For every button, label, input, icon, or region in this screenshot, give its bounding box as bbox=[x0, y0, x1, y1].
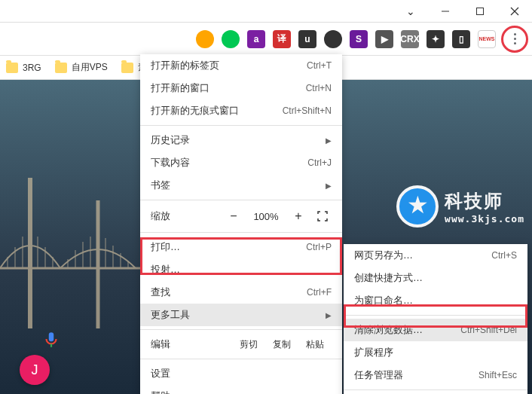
menu-item-label: 投射… bbox=[151, 263, 332, 276]
menu-item[interactable]: 创建快捷方式… bbox=[344, 267, 527, 289]
svg-rect-21 bbox=[49, 332, 54, 341]
menu-shortcut: Ctrl+Shift+N bbox=[283, 105, 332, 116]
zoom-out-button[interactable]: − bbox=[225, 207, 243, 225]
chrome-menu-button[interactable] bbox=[503, 28, 526, 50]
zoom-controls: 缩放−100%+ bbox=[140, 203, 342, 229]
menu-item[interactable]: 打开新的窗口Ctrl+N bbox=[140, 77, 342, 99]
folder-icon bbox=[121, 63, 133, 73]
menu-item-label: 创建快捷方式… bbox=[354, 271, 517, 285]
extension-icon[interactable]: 译 bbox=[273, 30, 291, 48]
star-logo-icon bbox=[396, 185, 439, 228]
extension-icon[interactable] bbox=[196, 30, 214, 48]
menu-item[interactable]: 任务管理器Shift+Esc bbox=[344, 364, 527, 386]
extensions-toolbar: a译uS▶CRX✦▯NEWS bbox=[0, 23, 532, 56]
folder-icon bbox=[55, 63, 67, 73]
menu-item-label: 帮助 bbox=[151, 389, 321, 394]
extension-icon[interactable]: NEWS bbox=[478, 30, 496, 48]
menu-item-label: 历史记录 bbox=[151, 133, 321, 147]
folder-icon bbox=[6, 63, 18, 73]
bookmark-label: 自用VPS bbox=[72, 61, 108, 74]
menu-separator bbox=[140, 125, 342, 126]
menu-shortcut: Ctrl+S bbox=[491, 250, 517, 261]
submenu-arrow-icon: ▶ bbox=[326, 182, 332, 190]
extension-icon[interactable] bbox=[222, 30, 240, 48]
menu-item-label: 网页另存为… bbox=[354, 249, 491, 262]
zoom-percent: 100% bbox=[249, 211, 283, 222]
menu-item-label: 更多工具 bbox=[151, 308, 321, 322]
menu-item[interactable]: 打印…Ctrl+P bbox=[140, 236, 342, 258]
menu-item[interactable]: 书签▶ bbox=[140, 174, 342, 197]
menu-item-label: 打开新的无痕式窗口 bbox=[151, 104, 283, 118]
menu-item-label: 下载内容 bbox=[151, 156, 307, 170]
mic-icon[interactable] bbox=[41, 330, 61, 350]
watermark-cn: 科技师 bbox=[445, 189, 524, 213]
extension-icon[interactable]: ✦ bbox=[427, 30, 445, 48]
menu-separator bbox=[140, 329, 342, 330]
svg-rect-1 bbox=[477, 8, 484, 15]
extension-icon[interactable]: a bbox=[247, 30, 265, 48]
menu-shortcut: Shift+Esc bbox=[478, 370, 517, 380]
cut-button[interactable]: 剪切 bbox=[232, 338, 265, 351]
menu-item[interactable]: 打开新的无痕式窗口Ctrl+Shift+N bbox=[140, 99, 342, 122]
menu-item-label: 查找 bbox=[151, 286, 307, 299]
menu-shortcut: Ctrl+N bbox=[306, 83, 332, 93]
menu-separator bbox=[344, 389, 527, 390]
menu-item[interactable]: 扩展程序 bbox=[344, 341, 527, 364]
menu-item[interactable]: 网页另存为…Ctrl+S bbox=[344, 244, 527, 267]
menu-item[interactable]: 投射… bbox=[140, 258, 342, 281]
menu-shortcut: Ctrl+P bbox=[306, 242, 332, 252]
menu-item-label: 打开新的标签页 bbox=[151, 59, 307, 72]
fullscreen-button[interactable] bbox=[313, 207, 332, 225]
extension-icon[interactable]: ▶ bbox=[375, 30, 393, 48]
menu-item-label: 书签 bbox=[151, 179, 321, 192]
menu-separator bbox=[140, 359, 342, 359]
extension-icon[interactable]: u bbox=[298, 30, 316, 48]
menu-item-label: 打印… bbox=[151, 240, 306, 254]
menu-item-label: 清除浏览数据… bbox=[354, 323, 460, 337]
menu-shortcut: Ctrl+T bbox=[307, 60, 332, 71]
chrome-main-menu: 打开新的标签页Ctrl+T打开新的窗口Ctrl+N打开新的无痕式窗口Ctrl+S… bbox=[140, 54, 342, 394]
profile-avatar[interactable]: J bbox=[20, 355, 50, 385]
extension-icon[interactable]: CRX bbox=[401, 30, 419, 48]
extension-icon[interactable]: S bbox=[350, 30, 368, 48]
close-button[interactable] bbox=[497, 0, 532, 23]
menu-item[interactable]: 历史记录▶ bbox=[140, 129, 342, 151]
site-watermark: 科技师 www.3kjs.com bbox=[396, 185, 524, 228]
extension-icon[interactable]: ▯ bbox=[452, 30, 470, 48]
menu-shortcut: Ctrl+F bbox=[307, 287, 332, 298]
menu-item-label: 为窗口命名… bbox=[354, 294, 517, 307]
zoom-label: 缩放 bbox=[151, 209, 219, 223]
menu-separator bbox=[344, 315, 527, 316]
submenu-arrow-icon: ▶ bbox=[326, 311, 332, 319]
bookmark-label: 3RG bbox=[23, 63, 41, 73]
menu-separator bbox=[140, 200, 342, 200]
window-titlebar: ⌄ bbox=[0, 0, 532, 23]
bookmark-folder[interactable]: 3RG bbox=[6, 63, 41, 73]
menu-item[interactable]: 设置 bbox=[140, 362, 342, 385]
menu-item-label: 设置 bbox=[151, 367, 332, 380]
bookmark-folder[interactable]: 自用VPS bbox=[55, 61, 108, 74]
menu-separator bbox=[140, 232, 342, 233]
menu-shortcut: Ctrl+Shift+Del bbox=[460, 325, 517, 335]
menu-shortcut: Ctrl+J bbox=[307, 157, 332, 168]
menu-item[interactable]: 帮助▶ bbox=[140, 385, 342, 394]
menu-item[interactable]: 清除浏览数据…Ctrl+Shift+Del bbox=[344, 319, 527, 341]
menu-item[interactable]: 下载内容Ctrl+J bbox=[140, 151, 342, 174]
paste-button[interactable]: 粘贴 bbox=[298, 338, 332, 351]
menu-item-label: 扩展程序 bbox=[354, 346, 517, 359]
extension-icon[interactable] bbox=[324, 30, 342, 48]
maximize-button[interactable] bbox=[463, 0, 497, 23]
watermark-en: www.3kjs.com bbox=[445, 213, 524, 224]
edit-label: 编辑 bbox=[151, 337, 232, 351]
minimize-button[interactable] bbox=[428, 0, 463, 23]
menu-item-label: 打开新的窗口 bbox=[151, 81, 306, 95]
menu-item[interactable]: 为窗口命名… bbox=[344, 289, 527, 312]
menu-item[interactable]: 查找Ctrl+F bbox=[140, 281, 342, 304]
tab-dropdown-icon[interactable]: ⌄ bbox=[393, 0, 428, 23]
edit-controls: 编辑剪切复制粘贴 bbox=[140, 333, 342, 356]
menu-item[interactable]: 打开新的标签页Ctrl+T bbox=[140, 54, 342, 77]
submenu-arrow-icon: ▶ bbox=[326, 136, 332, 145]
zoom-in-button[interactable]: + bbox=[289, 207, 307, 225]
copy-button[interactable]: 复制 bbox=[265, 338, 298, 351]
menu-item[interactable]: 更多工具▶ bbox=[140, 304, 342, 326]
